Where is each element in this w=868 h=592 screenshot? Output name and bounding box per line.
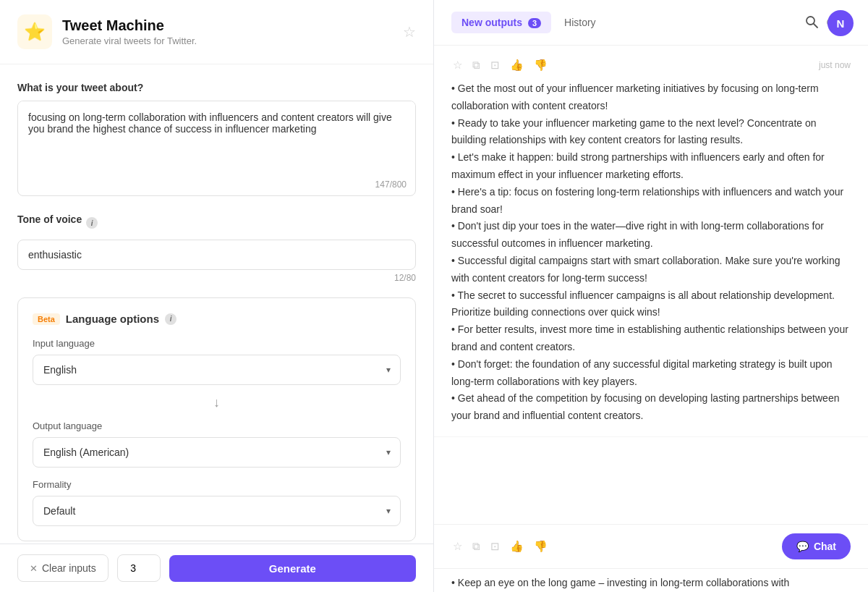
output-toolbar: ☆ ⧉ ⊡ 👍 👎 just now <box>451 57 851 73</box>
timestamp: just now <box>819 60 851 70</box>
tweet-input[interactable]: focusing on long-term collaboration with… <box>18 101 415 174</box>
thumbs-up-button[interactable]: 👍 <box>509 57 525 73</box>
app-header: ⭐ Tweet Machine Generate viral tweets fo… <box>0 0 433 64</box>
formality-select[interactable]: Default Formal Informal <box>33 496 401 526</box>
output-lang-wrapper: English (American) English (British) Spa… <box>33 437 401 468</box>
bottom-copy-button[interactable]: ⧉ <box>471 538 482 554</box>
lang-info-icon[interactable]: i <box>165 313 176 325</box>
tabs-row: New outputs 3 History <box>451 12 606 33</box>
input-lang-select[interactable]: English Spanish French German <box>33 355 401 385</box>
input-lang-wrapper: English Spanish French German ▾ <box>33 355 401 385</box>
output-lang-select[interactable]: English (American) English (British) Spa… <box>33 437 401 468</box>
app-icon: ⭐ <box>17 14 52 49</box>
svg-point-0 <box>807 17 814 25</box>
output-item: ☆ ⧉ ⊡ 👍 👎 just now • Get the most out of… <box>434 46 868 437</box>
clear-inputs-button[interactable]: ✕ Clear inputs <box>17 554 109 582</box>
tone-label: Tone of voice <box>17 213 82 225</box>
left-panel: ⭐ Tweet Machine Generate viral tweets fo… <box>0 0 434 592</box>
arrow-down-icon: ↓ <box>33 395 401 410</box>
chat-icon: 💬 <box>796 541 809 552</box>
clear-label: Clear inputs <box>42 562 96 574</box>
app-title: Tweet Machine <box>62 17 197 34</box>
generate-button[interactable]: Generate <box>169 555 416 582</box>
output-lang-label: Output language <box>33 420 401 431</box>
tone-info-icon[interactable]: i <box>86 217 98 229</box>
copy-button[interactable]: ⧉ <box>471 57 482 73</box>
tab-new-outputs[interactable]: New outputs 3 <box>451 12 551 33</box>
new-outputs-label: New outputs <box>461 17 522 28</box>
bottom-thumbs-down-button[interactable]: 👎 <box>532 538 549 554</box>
search-button[interactable] <box>804 14 819 33</box>
bottom-star-button[interactable]: ☆ <box>451 538 464 554</box>
bottom-output-actions: ☆ ⧉ ⊡ 👍 👎 <box>451 538 549 554</box>
tone-char-count: 12/80 <box>17 273 416 283</box>
count-input[interactable] <box>117 554 161 582</box>
bottom-bar: ✕ Clear inputs Generate <box>0 544 433 592</box>
bottom-thumbs-up-button[interactable]: 👍 <box>509 538 525 554</box>
top-right-nav: N <box>790 0 868 46</box>
app-subtitle: Generate viral tweets for Twitter. <box>62 35 197 46</box>
formality-label: Formality <box>33 479 401 490</box>
x-icon: ✕ <box>30 563 38 574</box>
output-actions: ☆ ⧉ ⊡ 👍 👎 <box>451 57 549 73</box>
thumbs-down-button[interactable]: 👎 <box>532 57 549 73</box>
bottom-output-bar: ☆ ⧉ ⊡ 👍 👎 💬 Chat <box>434 524 868 568</box>
svg-line-1 <box>814 24 817 28</box>
formality-wrapper: Default Formal Informal ▾ <box>33 496 401 526</box>
tone-section: Tone of voice i 12/80 <box>17 213 416 283</box>
left-content: What is your tweet about? focusing on lo… <box>0 64 433 544</box>
favorite-button[interactable]: ☆ <box>403 23 416 41</box>
beta-badge: Beta <box>33 313 60 325</box>
bottom-save-button[interactable]: ⊡ <box>489 538 501 554</box>
formality-section: Formality Default Formal Informal ▾ <box>33 479 401 526</box>
lang-options-title: Language options <box>66 313 159 325</box>
app-title-block: Tweet Machine Generate viral tweets for … <box>62 17 197 46</box>
chat-button[interactable]: 💬 Chat <box>782 533 851 559</box>
tweet-char-count: 147/800 <box>18 177 415 195</box>
user-avatar[interactable]: N <box>827 10 854 36</box>
right-panel: N New outputs 3 History Clear ☆ ⧉ ⊡ 👍 👎 … <box>434 0 868 592</box>
output-text: • Get the most out of your influencer ma… <box>451 80 851 425</box>
tab-history[interactable]: History <box>554 12 606 33</box>
language-section: Beta Language options i Input language E… <box>17 297 416 541</box>
lang-header: Beta Language options i <box>33 313 401 325</box>
output-area: ☆ ⧉ ⊡ 👍 👎 just now • Get the most out of… <box>434 46 868 524</box>
output-lang-section: Output language English (American) Engli… <box>33 420 401 468</box>
new-outputs-badge: 3 <box>528 18 541 28</box>
save-button[interactable]: ⊡ <box>489 57 501 73</box>
overflow-output-text: • Keep an eye on the long game – investi… <box>434 568 868 592</box>
app-info: ⭐ Tweet Machine Generate viral tweets fo… <box>17 14 197 49</box>
chat-label: Chat <box>814 541 836 552</box>
tweet-textarea-wrapper: focusing on long-term collaboration with… <box>17 101 416 196</box>
tone-label-row: Tone of voice i <box>17 213 416 232</box>
tone-input[interactable] <box>17 240 416 270</box>
tweet-label: What is your tweet about? <box>17 82 416 93</box>
input-lang-label: Input language <box>33 338 401 349</box>
star-output-button[interactable]: ☆ <box>451 57 464 73</box>
